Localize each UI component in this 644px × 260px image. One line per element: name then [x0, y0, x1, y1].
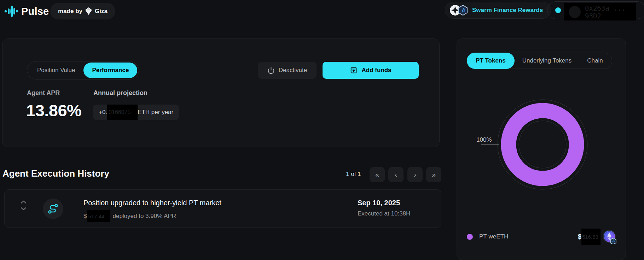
- donut-slice-label: 100%: [476, 136, 492, 143]
- made-by-badge: made by Giza: [50, 3, 115, 19]
- tab-chain[interactable]: Chain: [579, 53, 610, 69]
- pulse-logo-icon: [4, 4, 18, 18]
- row-reorder-controls: [21, 200, 27, 211]
- pagination-info: 1 of 1: [346, 171, 361, 178]
- wallet-address-redacted: 0x263a ... 93D2: [564, 3, 636, 20]
- giza-diamond-icon: [85, 7, 92, 15]
- pagination-first-button[interactable]: «: [370, 167, 385, 182]
- add-funds-button[interactable]: Add funds: [323, 62, 419, 79]
- annual-projection-value: +0. 0166075 ETH per year: [93, 105, 179, 120]
- agent-apr-value: 13.86%: [26, 101, 81, 120]
- chevron-up-icon[interactable]: [21, 200, 27, 204]
- amount-redacted: 517.44: [87, 210, 110, 222]
- tab-pt-tokens[interactable]: PT Tokens: [467, 53, 515, 69]
- legend-value-redacted: 516.63: [581, 229, 601, 245]
- annual-projection-label: Annual projection: [93, 89, 147, 97]
- execution-time: Executed at 10:38H: [358, 210, 410, 217]
- agent-apr-label: Agent APR: [27, 89, 60, 97]
- eth-token-icon: [603, 230, 617, 244]
- app-logo: Pulse: [4, 4, 49, 18]
- wallet-avatar: [569, 6, 581, 18]
- pagination-next-button[interactable]: ›: [407, 167, 423, 182]
- performance-card: Position Value Performance Deactivate Ad…: [2, 39, 440, 147]
- execution-history-title: Agent Execution History: [2, 168, 109, 179]
- execution-description: $ 517.44 deployed to 3.90% APR: [83, 210, 221, 222]
- execution-date: Sep 10, 2025: [358, 199, 410, 207]
- header: Pulse made by Giza Swarm Finance Rewards: [0, 0, 644, 22]
- chevron-down-icon[interactable]: [21, 207, 27, 211]
- view-toggle: Position Value Performance: [27, 61, 139, 79]
- deactivate-button[interactable]: Deactivate: [258, 62, 317, 79]
- app-name: Pulse: [21, 6, 49, 17]
- legend-row: PT-weETH $ 516.63: [467, 228, 617, 245]
- wallet-button[interactable]: 0x263a ... 93D2: [547, 1, 644, 19]
- pagination-prev-button[interactable]: ‹: [388, 167, 404, 182]
- legend-dot: [467, 234, 473, 240]
- power-icon: [267, 67, 275, 74]
- toggle-performance[interactable]: Performance: [83, 63, 137, 78]
- allocation-donut-chart: [497, 99, 588, 190]
- legend-value-prefix: $: [578, 233, 581, 241]
- arbitrum-hex-icon: [457, 5, 469, 16]
- swarm-rewards-button[interactable]: Swarm Finance Rewards: [445, 2, 551, 19]
- allocation-tabs: PT Tokens Underlying Tokens Chain: [466, 53, 612, 69]
- allocation-panel: PT Tokens Underlying Tokens Chain 100% P…: [457, 39, 626, 260]
- execution-row[interactable]: Position upgraded to higher-yield PT mar…: [4, 189, 441, 228]
- donut-label-line: [481, 144, 499, 145]
- wallet-up-icon: [350, 66, 358, 74]
- made-by-brand: Giza: [95, 8, 108, 15]
- wallet-status-dot: [555, 7, 561, 13]
- projection-redacted: 0166075: [107, 105, 138, 120]
- legend-token-name: PT-weETH: [479, 233, 508, 240]
- pagination-last-button[interactable]: »: [426, 167, 441, 182]
- route-icon: [43, 199, 63, 219]
- tab-underlying-tokens[interactable]: Underlying Tokens: [515, 53, 580, 69]
- swarm-rewards-label: Swarm Finance Rewards: [472, 7, 543, 14]
- execution-title: Position upgraded to higher-yield PT mar…: [83, 199, 221, 207]
- made-by-label: made by: [58, 8, 82, 15]
- toggle-position-value[interactable]: Position Value: [29, 63, 83, 78]
